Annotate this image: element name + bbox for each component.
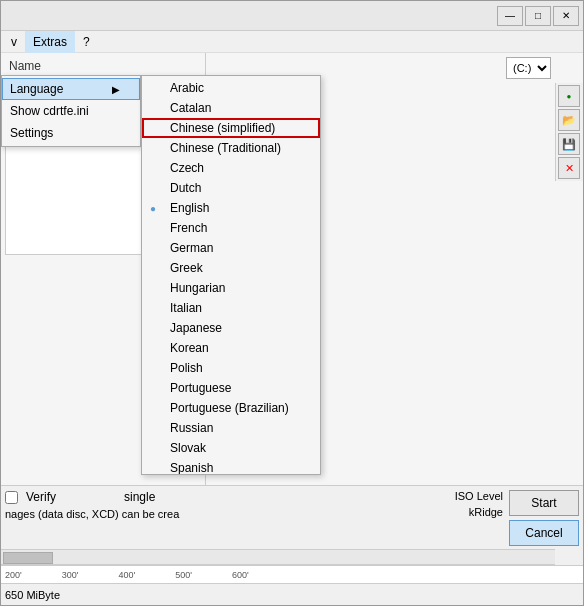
notes-text: nages (data disc, XCD) can be crea	[5, 508, 179, 520]
icon-delete[interactable]: ✕	[558, 157, 580, 179]
verify-label: Verify	[26, 490, 56, 504]
menu-settings[interactable]: Settings	[2, 122, 140, 144]
extras-menu: Language ▶ Show cdrtfe.ini Settings	[1, 75, 141, 147]
lang-item-german[interactable]: German	[142, 238, 320, 258]
ruler-500: 500'	[175, 570, 192, 580]
name-label: Name	[5, 57, 201, 75]
main-window: — □ ✕ v Extras ? Name (C:) ● 📂	[0, 0, 584, 606]
lang-item-spanish[interactable]: Spanish	[142, 458, 320, 475]
status-text: 650 MiByte	[5, 589, 60, 601]
menu-help[interactable]: ?	[75, 31, 98, 53]
language-label: Language	[10, 82, 63, 96]
lang-item-portuguese_br[interactable]: Portuguese (Brazilian)	[142, 398, 320, 418]
lang-item-chinese_simplified[interactable]: Chinese (simplified)	[142, 118, 320, 138]
horizontal-scrollbar[interactable]	[1, 549, 555, 565]
start-button[interactable]: Start	[509, 490, 579, 516]
verify-checkbox[interactable]	[5, 491, 18, 504]
lang-item-korean[interactable]: Korean	[142, 338, 320, 358]
single-label: single	[124, 490, 155, 504]
ruler: 200' 300' 400' 500' 600'	[1, 565, 583, 583]
language-arrow: ▶	[112, 84, 120, 95]
maximize-button[interactable]: □	[525, 6, 551, 26]
lang-item-polish[interactable]: Polish	[142, 358, 320, 378]
settings-label: Settings	[10, 126, 53, 140]
drive-select[interactable]: (C:)	[506, 57, 551, 79]
rock-ridge-label: kRidge	[469, 506, 503, 518]
lang-item-portuguese[interactable]: Portuguese	[142, 378, 320, 398]
menu-bar: v Extras ?	[1, 31, 583, 53]
lang-item-greek[interactable]: Greek	[142, 258, 320, 278]
minimize-button[interactable]: —	[497, 6, 523, 26]
lang-item-dutch[interactable]: Dutch	[142, 178, 320, 198]
lang-item-english[interactable]: English	[142, 198, 320, 218]
right-icons: ● 📂 💾 ✕	[555, 83, 583, 181]
ruler-400: 400'	[118, 570, 135, 580]
title-bar: — □ ✕	[1, 1, 583, 31]
menu-language[interactable]: Language ▶	[2, 78, 140, 100]
ruler-200: 200'	[5, 570, 22, 580]
lang-item-japanese[interactable]: Japanese	[142, 318, 320, 338]
icon-green-dot[interactable]: ●	[558, 85, 580, 107]
rock-ridge-area: kRidge	[469, 506, 503, 518]
dropdown-overlay: Language ▶ Show cdrtfe.ini Settings Arab…	[1, 75, 141, 147]
menu-v[interactable]: v	[3, 31, 25, 53]
status-bar: 650 MiByte	[1, 583, 583, 605]
menu-show-cdrtfe[interactable]: Show cdrtfe.ini	[2, 100, 140, 122]
lang-item-arabic[interactable]: Arabic	[142, 78, 320, 98]
ruler-300: 300'	[62, 570, 79, 580]
lang-item-french[interactable]: French	[142, 218, 320, 238]
lang-item-catalan[interactable]: Catalan	[142, 98, 320, 118]
scroll-thumb[interactable]	[3, 552, 53, 564]
close-button[interactable]: ✕	[553, 6, 579, 26]
icon-open-folder[interactable]: 📂	[558, 109, 580, 131]
lang-item-italian[interactable]: Italian	[142, 298, 320, 318]
title-bar-buttons: — □ ✕	[497, 6, 579, 26]
action-buttons: Start Cancel	[509, 490, 579, 546]
iso-level-label: ISO Level	[455, 490, 503, 502]
lang-item-hungarian[interactable]: Hungarian	[142, 278, 320, 298]
menu-extras[interactable]: Extras	[25, 31, 75, 53]
lang-item-czech[interactable]: Czech	[142, 158, 320, 178]
lang-item-slovak[interactable]: Slovak	[142, 438, 320, 458]
lang-item-russian[interactable]: Russian	[142, 418, 320, 438]
show-cdrtfe-label: Show cdrtfe.ini	[10, 104, 89, 118]
drive-area: (C:)	[506, 57, 551, 79]
lang-item-chinese_traditional[interactable]: Chinese (Traditional)	[142, 138, 320, 158]
language-submenu: ArabicCatalanChinese (simplified)Chinese…	[141, 75, 321, 475]
ruler-600: 600'	[232, 570, 249, 580]
icon-save[interactable]: 💾	[558, 133, 580, 155]
iso-level-area: ISO Level	[455, 490, 503, 502]
cancel-button[interactable]: Cancel	[509, 520, 579, 546]
